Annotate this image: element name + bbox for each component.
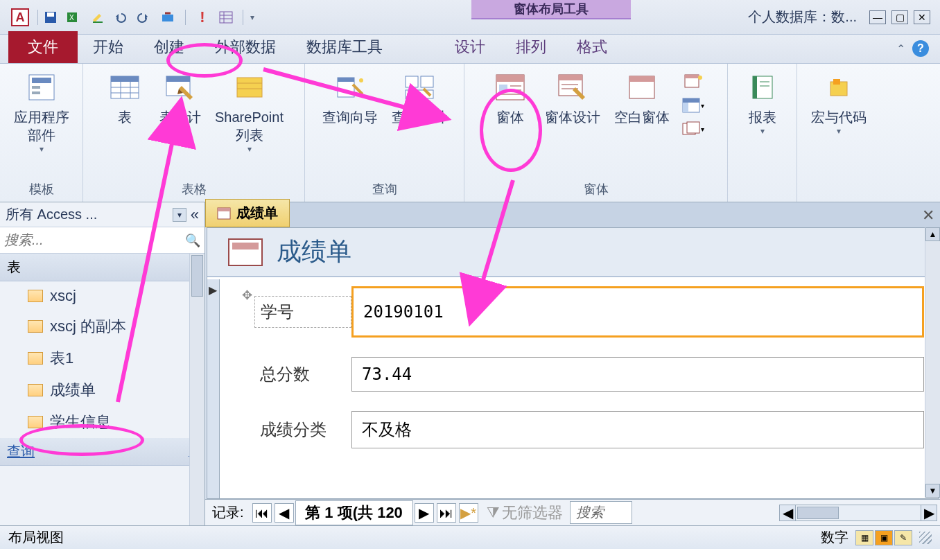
document-area: 成绩单 ✕ 成绩单 ▶ ✥ 学号 20190101 总分数 73.44 bbox=[205, 202, 940, 525]
svg-rect-28 bbox=[421, 76, 433, 87]
svg-rect-11 bbox=[32, 86, 40, 89]
nav-scrollbar[interactable] bbox=[189, 254, 204, 525]
hscroll-thumb[interactable] bbox=[797, 507, 839, 519]
tab-file[interactable]: 文件 bbox=[8, 31, 78, 63]
tab-home[interactable]: 开始 bbox=[78, 31, 139, 63]
query-design-button[interactable]: 查询设计 bbox=[385, 68, 454, 181]
design-view-button[interactable]: ✎ bbox=[894, 530, 912, 545]
record-search-input[interactable]: 搜索 bbox=[570, 501, 632, 524]
nav-section-tables[interactable]: 表 ⌃ bbox=[0, 254, 204, 281]
navigation-pane: 所有 Access ... ▾ « 🔍 表 ⌃ xscj xscj 的副本 表1… bbox=[0, 202, 205, 525]
field-value-xuehao[interactable]: 20190101 bbox=[351, 286, 924, 338]
save-icon[interactable] bbox=[41, 8, 60, 27]
app-parts-button[interactable]: 应用程序 部件 bbox=[7, 68, 76, 181]
tab-design[interactable]: 设计 bbox=[439, 31, 501, 63]
nav-item-label: 表1 bbox=[50, 348, 73, 369]
nav-item-table1[interactable]: 表1 bbox=[0, 342, 204, 374]
nav-header[interactable]: 所有 Access ... ▾ « bbox=[0, 202, 204, 227]
table-button[interactable]: 表 bbox=[97, 68, 153, 181]
macro-button[interactable]: 宏与代码 bbox=[804, 68, 873, 198]
nav-section-tables-label: 表 bbox=[7, 258, 21, 277]
highlight-icon[interactable] bbox=[88, 8, 107, 27]
navigation-form-icon[interactable]: ▾ bbox=[681, 94, 706, 116]
tab-format[interactable]: 格式 bbox=[562, 31, 623, 63]
sharepoint-label: SharePoint 列表 bbox=[215, 108, 284, 144]
table-icon bbox=[28, 320, 43, 333]
resize-grip-icon[interactable] bbox=[919, 532, 932, 544]
report-button[interactable]: 报表 bbox=[735, 68, 790, 198]
form-tab-icon bbox=[217, 207, 231, 220]
more-forms-icon[interactable]: ▾ bbox=[681, 118, 706, 140]
minimize-button[interactable]: ― bbox=[869, 10, 886, 24]
form-header-title[interactable]: 成绩单 bbox=[277, 235, 351, 269]
nav-dropdown-icon[interactable]: ▾ bbox=[173, 208, 186, 222]
tab-external-data[interactable]: 外部数据 bbox=[200, 31, 291, 63]
ribbon-help-area: ⌃ ? bbox=[896, 40, 929, 57]
first-record-button[interactable]: ⏮ bbox=[252, 503, 272, 523]
move-handle-icon[interactable]: ✥ bbox=[242, 288, 252, 303]
form-icon bbox=[494, 71, 527, 104]
svg-rect-5 bbox=[220, 12, 232, 23]
blank-form-button[interactable]: 空白窗体 bbox=[607, 68, 677, 181]
nav-item-xscj-copy[interactable]: xscj 的副本 bbox=[0, 310, 204, 342]
collapse-ribbon-icon[interactable]: ⌃ bbox=[896, 42, 905, 55]
doc-tab-chengjidan[interactable]: 成绩单 bbox=[205, 199, 290, 227]
app-icon: A bbox=[11, 8, 29, 26]
field-row-fenlei: 成绩分类 不及格 bbox=[254, 411, 924, 448]
redo-icon[interactable] bbox=[135, 8, 155, 27]
tab-arrange[interactable]: 排列 bbox=[501, 31, 562, 63]
form-header: 成绩单 bbox=[207, 228, 938, 277]
form-view-button[interactable]: ▦ bbox=[855, 530, 873, 545]
nav-item-xueshengxinxi[interactable]: 学生信息 bbox=[0, 406, 204, 438]
scrollbar-thumb[interactable] bbox=[191, 255, 203, 297]
last-record-button[interactable]: ⏭ bbox=[437, 503, 456, 523]
scroll-up-icon[interactable]: ▲ bbox=[925, 227, 940, 241]
nav-collapse-icon[interactable]: « bbox=[191, 206, 199, 224]
undo-icon[interactable] bbox=[112, 8, 131, 27]
field-label-fenlei[interactable]: 成绩分类 bbox=[254, 414, 351, 445]
hscroll-track[interactable] bbox=[796, 505, 921, 521]
close-tab-icon[interactable]: ✕ bbox=[922, 207, 934, 225]
ribbon-tabs: 文件 开始 创建 外部数据 数据库工具 设计 排列 格式 ⌃ ? bbox=[0, 35, 940, 64]
form-wizard-icon[interactable] bbox=[681, 71, 706, 93]
field-label-xuehao[interactable]: 学号 bbox=[254, 296, 351, 328]
field-value-fenlei[interactable]: 不及格 bbox=[351, 411, 924, 448]
nav-section-queries[interactable]: 查询 ⌃ bbox=[0, 438, 204, 466]
tab-database-tools[interactable]: 数据库工具 bbox=[291, 31, 398, 63]
form-design-button[interactable]: 窗体设计 bbox=[538, 68, 607, 181]
nav-item-chengjidan[interactable]: 成绩单 bbox=[0, 374, 204, 406]
search-icon[interactable]: 🔍 bbox=[185, 233, 200, 248]
record-selector[interactable]: ▶ bbox=[207, 279, 220, 498]
table-design-button[interactable]: 表设计 bbox=[153, 68, 208, 181]
field-label-zongfen[interactable]: 总分数 bbox=[254, 359, 351, 390]
close-button[interactable]: ✕ bbox=[914, 10, 930, 24]
query-wizard-button[interactable]: 查询向导 bbox=[315, 68, 385, 181]
layout-view-button[interactable]: ▣ bbox=[875, 530, 893, 545]
vertical-scrollbar[interactable]: ▲ ▼ bbox=[925, 227, 940, 498]
record-counter[interactable]: 第 1 项(共 120 bbox=[295, 500, 413, 525]
datasheet-icon[interactable] bbox=[216, 8, 236, 27]
export-excel-icon[interactable]: X bbox=[64, 8, 84, 27]
recnav-label: 记录: bbox=[205, 503, 251, 522]
nav-item-xscj[interactable]: xscj bbox=[0, 281, 204, 310]
group-forms: 窗体 窗体设计 空白窗体 ▾ ▾ 窗体 bbox=[464, 64, 728, 202]
filter-indicator[interactable]: ⧩无筛选器 bbox=[487, 502, 563, 523]
scroll-right-icon[interactable]: ▶ bbox=[921, 505, 937, 521]
tab-create[interactable]: 创建 bbox=[139, 31, 200, 63]
form-button[interactable]: 窗体 bbox=[482, 68, 538, 181]
scroll-left-icon[interactable]: ◀ bbox=[779, 505, 796, 521]
field-value-zongfen[interactable]: 73.44 bbox=[351, 357, 924, 392]
sync-icon[interactable] bbox=[159, 8, 178, 27]
scroll-down-icon[interactable]: ▼ bbox=[925, 484, 940, 498]
next-record-button[interactable]: ▶ bbox=[415, 503, 434, 523]
svg-rect-37 bbox=[559, 75, 582, 80]
sharepoint-button[interactable]: SharePoint 列表 bbox=[208, 68, 290, 181]
help-icon[interactable]: ? bbox=[912, 40, 929, 57]
svg-rect-32 bbox=[499, 85, 507, 91]
new-record-button[interactable]: ▶* bbox=[459, 503, 478, 523]
prev-record-button[interactable]: ◀ bbox=[275, 503, 294, 523]
warning-icon[interactable]: ! bbox=[193, 8, 212, 27]
search-input[interactable] bbox=[4, 232, 185, 248]
svg-rect-51 bbox=[753, 76, 757, 98]
maximize-button[interactable]: ▢ bbox=[891, 10, 908, 24]
